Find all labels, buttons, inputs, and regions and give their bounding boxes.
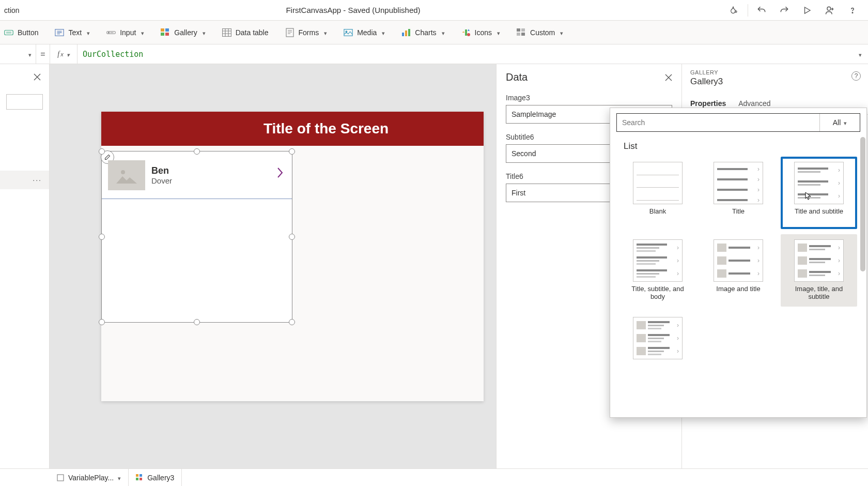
control-name[interactable]: Gallery3 (690, 77, 860, 87)
share-icon[interactable] (818, 0, 841, 21)
svg-rect-20 (465, 29, 467, 36)
chevron-down-icon (118, 474, 121, 482)
breadcrumb-screen[interactable]: VariablePlay... (50, 469, 129, 486)
play-icon[interactable] (796, 0, 818, 21)
layout-title[interactable]: › › › › Title (700, 157, 777, 229)
svg-rect-13 (222, 28, 231, 36)
pane-help-icon[interactable]: ? (851, 71, 861, 81)
chevron-down-icon (141, 28, 144, 37)
ribbon-button[interactable]: Button (3, 26, 39, 39)
flyout-scrollbar[interactable] (860, 137, 865, 271)
svg-rect-9 (161, 28, 164, 32)
ribbon-input[interactable]: Input (105, 26, 145, 39)
close-tree-icon[interactable] (0, 64, 49, 90)
layout-filter[interactable]: All (819, 114, 860, 131)
formula-expand[interactable] (853, 50, 868, 58)
canvas-area: Title of the Screen (50, 64, 496, 468)
help-icon[interactable] (841, 0, 864, 21)
svg-rect-22 (517, 28, 520, 32)
ribbon-custom[interactable]: Custom (516, 26, 564, 39)
datatable-icon (222, 28, 231, 37)
breadcrumb-bar: VariablePlay... Gallery3 (0, 468, 868, 486)
close-data-icon[interactable] (665, 74, 672, 81)
svg-point-0 (735, 10, 737, 12)
layout-image-title-subtitle[interactable]: › › › Image, title, and subtitle (781, 234, 857, 307)
tree-search-slot[interactable] (6, 94, 43, 110)
svg-rect-19 (408, 29, 410, 36)
gallery-icon (161, 28, 170, 37)
svg-point-3 (852, 12, 853, 13)
ribbon-charts[interactable]: Charts (400, 26, 445, 39)
chevron-down-icon (560, 28, 563, 37)
svg-point-21 (467, 33, 470, 36)
tree-view-pane: ··· (0, 64, 50, 468)
breadcrumb-gallery[interactable]: Gallery3 (129, 469, 182, 486)
app-title: FirstCanvasApp - Saved (Unpublished) (35, 6, 723, 14)
ribbon-icons[interactable]: Icons (460, 26, 501, 39)
svg-rect-17 (402, 33, 404, 36)
layout-search[interactable]: All (616, 113, 860, 132)
button-icon (4, 28, 13, 37)
gallery-control[interactable]: Ben Dover (101, 151, 292, 323)
chevron-down-icon (87, 28, 90, 37)
layout-title-subtitle[interactable]: › › › Title and subtitle (781, 157, 857, 229)
properties-pane: GALLERY Gallery3 ? Properties Advanced D… (682, 64, 868, 468)
forms-icon (285, 28, 295, 37)
input-icon (106, 28, 116, 37)
svg-rect-24 (517, 33, 520, 36)
svg-rect-14 (286, 28, 293, 37)
ribbon-gallery[interactable]: Gallery (160, 26, 206, 39)
chevron-down-icon (844, 118, 847, 127)
chevron-down-icon (324, 28, 327, 37)
row-image (108, 160, 145, 190)
layout-image-title-subtitle-body[interactable]: › › › (619, 312, 696, 384)
layout-image-title[interactable]: › › › Image and title (700, 234, 777, 307)
chevron-down-icon (382, 28, 385, 37)
insert-ribbon: Button Text Input Gallery Data table For… (0, 21, 868, 44)
gallery-row[interactable]: Ben Dover (102, 151, 292, 199)
data-pane-title: Data (506, 71, 528, 83)
row-subtitle: Dover (151, 176, 172, 185)
redo-icon[interactable] (773, 0, 796, 21)
custom-icon (517, 28, 526, 37)
formula-input[interactable]: OurCollection (78, 50, 853, 59)
undo-icon[interactable] (750, 0, 773, 21)
layout-search-input[interactable] (617, 114, 819, 131)
property-selector[interactable] (0, 44, 36, 64)
layout-picker-flyout: All List Blank › › › (610, 108, 867, 418)
svg-point-16 (346, 31, 347, 32)
layout-blank[interactable]: Blank (619, 157, 696, 229)
row-next-icon[interactable] (276, 167, 284, 178)
svg-rect-11 (161, 33, 164, 36)
field-label-image3: Image3 (506, 94, 672, 102)
svg-point-8 (109, 32, 110, 33)
svg-rect-31 (140, 478, 142, 480)
titlebar-left-truncated: ction (4, 6, 35, 14)
equals-label: = (36, 50, 50, 59)
app-canvas[interactable]: Title of the Screen (101, 112, 484, 401)
ribbon-forms[interactable]: Forms (284, 26, 329, 39)
svg-rect-10 (165, 28, 169, 32)
tree-selected-row[interactable]: ··· (0, 171, 49, 189)
svg-rect-5 (7, 32, 11, 33)
screen-header: Title of the Screen (101, 112, 484, 146)
ribbon-media[interactable]: Media (343, 26, 386, 39)
svg-rect-28 (136, 474, 138, 477)
svg-point-26 (121, 170, 125, 174)
ribbon-text[interactable]: Text (54, 26, 91, 39)
title-bar: ction FirstCanvasApp - Saved (Unpublishe… (0, 0, 868, 21)
control-category: GALLERY (690, 69, 860, 75)
fx-button[interactable]: fx (50, 44, 78, 64)
layout-title-subtitle-body[interactable]: › › › Title, subtitle, and body (619, 234, 696, 307)
svg-marker-1 (805, 7, 811, 13)
layout-section-list: List (624, 141, 858, 151)
ribbon-datatable[interactable]: Data table (221, 26, 270, 39)
svg-rect-18 (405, 31, 407, 36)
svg-rect-25 (521, 33, 525, 36)
media-icon (344, 28, 353, 37)
svg-rect-29 (140, 474, 142, 477)
svg-rect-23 (521, 28, 525, 32)
more-icon[interactable]: ··· (33, 176, 42, 184)
diagnostics-icon[interactable] (723, 0, 746, 21)
icons-icon (461, 28, 471, 37)
